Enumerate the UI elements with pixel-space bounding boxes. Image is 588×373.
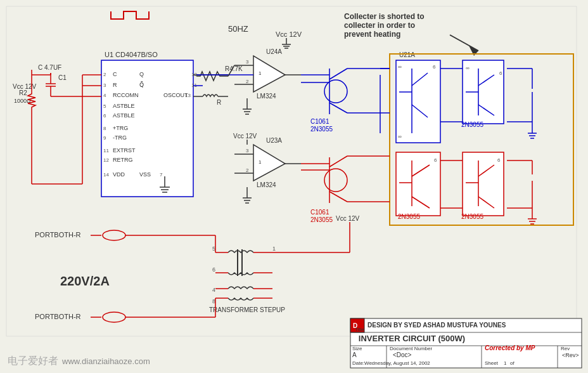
svg-text:+TRG: +TRG — [113, 125, 128, 131]
svg-text:C: C — [113, 71, 117, 77]
circuit-diagram: Collecter is shorted to collecter in ord… — [0, 0, 588, 373]
u1-label: U1 CD4047B/SO — [105, 51, 158, 58]
svg-text:INVERTER CIRCUIT (500W): INVERTER CIRCUIT (500W) — [359, 334, 465, 343]
svg-text:1: 1 — [259, 159, 262, 165]
svg-text:3: 3 — [246, 148, 249, 154]
svg-text:1: 1 — [259, 70, 262, 76]
svg-text:R: R — [113, 82, 117, 88]
svg-text:LM324: LM324 — [257, 93, 276, 100]
svg-text:2N3055: 2N3055 — [310, 216, 333, 223]
svg-text:Corrected by MP: Corrected by MP — [485, 344, 535, 351]
svg-text:prevent heating: prevent heating — [344, 30, 400, 39]
svg-text:1: 1 — [272, 245, 276, 252]
svg-text:11: 11 — [103, 148, 109, 154]
svg-text:Sheet: Sheet — [485, 360, 499, 366]
svg-text:6: 6 — [212, 266, 215, 273]
svg-text:PORTBOTH-R: PORTBOTH-R — [35, 313, 81, 320]
svg-text:3: 3 — [246, 59, 249, 65]
svg-text:2: 2 — [246, 79, 249, 84]
svg-text:2N3055: 2N3055 — [310, 126, 333, 133]
svg-text:Size: Size — [352, 346, 362, 351]
svg-text:6: 6 — [434, 157, 437, 163]
svg-text:6: 6 — [497, 157, 501, 163]
svg-rect-114 — [396, 60, 440, 143]
svg-text:<Rev>: <Rev> — [562, 352, 579, 358]
svg-text:2N3055: 2N3055 — [461, 121, 483, 128]
watermark-chinese: 电子爱好者 — [8, 355, 58, 368]
svg-text:Date:: Date: — [352, 360, 364, 366]
vcc-label-top: Vcc 12V — [276, 30, 302, 38]
svg-text:RCCOMN: RCCOMN — [113, 92, 139, 98]
svg-text:Vcc 12V: Vcc 12V — [336, 215, 360, 222]
svg-text:C1061: C1061 — [310, 118, 329, 125]
svg-text:R2: R2 — [19, 89, 27, 96]
svg-text:6: 6 — [499, 70, 502, 76]
svg-text:9: 9 — [103, 135, 106, 141]
svg-text:TRANSFORMER STEPUP: TRANSFORMER STEPUP — [209, 306, 285, 313]
svg-text:Vcc 12V: Vcc 12V — [13, 83, 37, 90]
svg-text:C1061: C1061 — [310, 209, 329, 216]
svg-text:13: 13 — [185, 93, 191, 98]
watermark: 电子爱好者 www.dianziaihaoze.com — [8, 355, 150, 368]
svg-text:6: 6 — [433, 64, 436, 70]
svg-text:6: 6 — [103, 113, 106, 119]
svg-text:C1: C1 — [58, 74, 67, 81]
svg-text:∞: ∞ — [466, 65, 470, 71]
svg-text:U24A: U24A — [266, 48, 282, 55]
svg-text:2N3055: 2N3055 — [398, 213, 420, 220]
svg-text:Q̄: Q̄ — [139, 81, 144, 88]
svg-text:4: 4 — [212, 287, 215, 293]
svg-text:PORTBOTH-R: PORTBOTH-R — [35, 231, 81, 239]
svg-text:ASTBLE: ASTBLE — [113, 103, 135, 109]
svg-text:3: 3 — [103, 82, 106, 88]
svg-text:Collecter is shorted to: Collecter is shorted to — [344, 12, 425, 21]
svg-text:U23A: U23A — [266, 137, 282, 144]
svg-text:Document Number: Document Number — [390, 346, 432, 351]
svg-text:VSS: VSS — [139, 171, 151, 178]
svg-text:RETRG: RETRG — [113, 157, 133, 163]
svg-text:ASTBLE: ASTBLE — [113, 112, 135, 119]
svg-text:∞: ∞ — [398, 134, 402, 140]
frequency-label: 50HZ — [228, 24, 248, 34]
svg-text:Vcc 12V: Vcc 12V — [233, 133, 257, 140]
svg-text:4: 4 — [103, 93, 106, 98]
svg-text:EXTRST: EXTRST — [113, 147, 136, 154]
svg-text:DESIGN BY SYED ASHAD MUSTUFA Y: DESIGN BY SYED ASHAD MUSTUFA YOUNES — [368, 322, 506, 329]
svg-text:Rev: Rev — [561, 346, 570, 351]
svg-text:collecter in order to: collecter in order to — [344, 21, 415, 30]
svg-text:Title: Title — [355, 327, 364, 332]
svg-text:<Doc>: <Doc> — [393, 351, 412, 358]
svg-text:R: R — [217, 99, 221, 106]
svg-text:Q: Q — [139, 71, 144, 77]
watermark-url: www.dianziaihaoze.com — [62, 357, 150, 366]
svg-text:7: 7 — [160, 172, 163, 178]
svg-text:A: A — [352, 351, 357, 358]
svg-text:12: 12 — [103, 157, 109, 163]
svg-text:C 4.7UF: C 4.7UF — [38, 64, 61, 71]
svg-text:5: 5 — [103, 103, 106, 109]
svg-text:2: 2 — [246, 167, 249, 173]
transistor-2n3055-ur: ∞ 2N3055 6 — [461, 60, 504, 128]
svg-text:∞: ∞ — [398, 64, 402, 70]
svg-text:2N3055: 2N3055 — [461, 213, 483, 220]
svg-text:220V/2A: 220V/2A — [60, 274, 110, 288]
svg-text:LM324: LM324 — [257, 181, 276, 188]
svg-text:-TRG: -TRG — [113, 134, 127, 141]
svg-text:1: 1 — [504, 360, 507, 366]
svg-text:8: 8 — [103, 126, 106, 131]
svg-text:Wednesday, August 14, 2002: Wednesday, August 14, 2002 — [364, 360, 430, 366]
svg-text:U21A: U21A — [399, 51, 415, 58]
svg-text:14: 14 — [103, 172, 109, 178]
svg-text:VDD: VDD — [113, 171, 125, 178]
svg-text:of: of — [510, 360, 514, 366]
svg-text:2: 2 — [103, 72, 106, 77]
